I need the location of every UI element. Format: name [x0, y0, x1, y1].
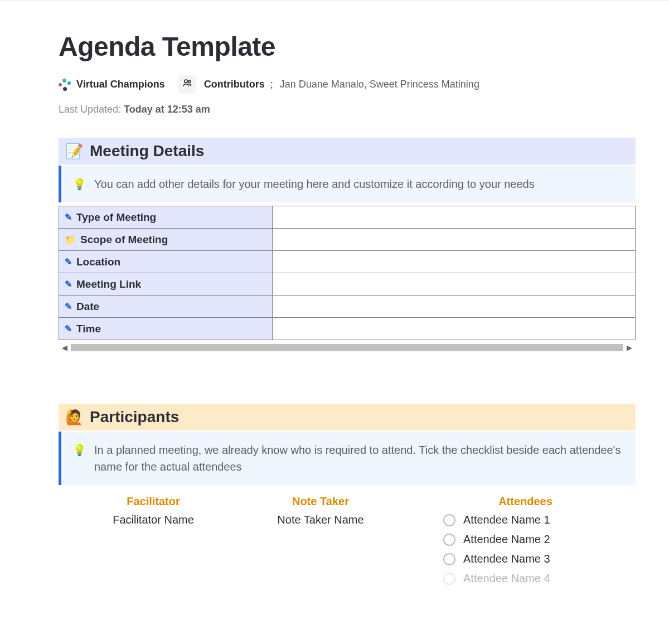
- last-updated-label: Last Updated:: [59, 104, 121, 115]
- people-icon: [182, 78, 193, 91]
- attendee-name[interactable]: Attendee Name 1: [463, 514, 550, 526]
- attendee-item: Attendee Name 3: [432, 553, 619, 565]
- facilitator-value[interactable]: Facilitator Name: [75, 514, 231, 526]
- detail-label-cell[interactable]: ✎Type of Meeting: [59, 206, 273, 229]
- pencil-icon: ✎: [65, 301, 72, 312]
- meeting-details-table: ✎Type of Meeting📁Scope of Meeting✎Locati…: [59, 206, 636, 340]
- folder-icon: 📁: [65, 234, 76, 245]
- detail-label: Date: [76, 301, 99, 313]
- lightbulb-icon: 💡: [72, 176, 86, 192]
- table-row: ✎Time: [59, 318, 636, 340]
- detail-value-cell[interactable]: [272, 273, 635, 296]
- contributors-names[interactable]: Jan Duane Manalo, Sweet Princess Matinin…: [280, 79, 479, 90]
- detail-value-cell[interactable]: [272, 318, 635, 340]
- detail-label-cell[interactable]: 📁Scope of Meeting: [59, 229, 273, 251]
- callout-meeting-details: 💡 You can add other details for your mee…: [59, 166, 636, 202]
- scroll-track[interactable]: [71, 344, 623, 351]
- document-page: Agenda Template Virtual Champions Contri…: [0, 0, 669, 592]
- attendee-checkbox[interactable]: [443, 553, 455, 565]
- workspace-name[interactable]: Virtual Champions: [76, 79, 165, 90]
- page-title: Agenda Template: [59, 31, 636, 62]
- notepad-icon: 📝: [65, 143, 83, 160]
- contributors-chip[interactable]: [178, 75, 196, 94]
- section-header-participants: 🙋 Participants: [59, 404, 636, 430]
- lightbulb-icon: 💡: [72, 442, 86, 458]
- detail-label-cell[interactable]: ✎Time: [59, 318, 273, 340]
- last-updated: Last Updated: Today at 12:53 am: [59, 104, 636, 115]
- pencil-icon: ✎: [65, 279, 72, 289]
- facilitator-title: Facilitator: [75, 495, 231, 508]
- detail-label: Time: [76, 323, 101, 335]
- note-taker-column: Note Taker Note Taker Name: [243, 495, 399, 592]
- detail-value-cell[interactable]: [272, 229, 635, 251]
- detail-value-cell[interactable]: [272, 251, 635, 273]
- table-row: 📁Scope of Meeting: [59, 229, 636, 251]
- table-row: ✎Meeting Link: [59, 273, 636, 296]
- svg-point-0: [185, 80, 187, 83]
- note-taker-value[interactable]: Note Taker Name: [243, 514, 399, 526]
- separator: ;: [270, 79, 273, 90]
- meta-row: Virtual Champions Contributors; Jan Duan…: [59, 75, 636, 94]
- raising-hand-icon: 🙋: [65, 409, 83, 426]
- attendees-title: Attendees: [432, 495, 619, 508]
- attendee-name[interactable]: Attendee Name 3: [463, 553, 550, 565]
- section-title: Participants: [90, 408, 179, 426]
- attendee-name[interactable]: Attendee Name 4: [463, 572, 550, 585]
- contributors-label: Contributors: [204, 79, 265, 90]
- attendee-item: Attendee Name 1: [432, 514, 619, 526]
- attendees-list: Attendee Name 1Attendee Name 2Attendee N…: [432, 514, 619, 585]
- attendee-item: Attendee Name 4: [432, 572, 619, 585]
- pencil-icon: ✎: [65, 212, 72, 222]
- attendee-checkbox[interactable]: [443, 534, 455, 546]
- detail-label: Meeting Link: [76, 278, 141, 290]
- callout-text[interactable]: You can add other details for your meeti…: [94, 176, 535, 192]
- callout-text[interactable]: In a planned meeting, we already know wh…: [94, 442, 624, 475]
- workspace-logo-icon: [59, 79, 71, 91]
- scroll-left-icon[interactable]: ◀: [59, 343, 71, 352]
- attendee-item: Attendee Name 2: [432, 533, 619, 546]
- detail-value-cell[interactable]: [272, 296, 635, 318]
- pencil-icon: ✎: [65, 323, 72, 334]
- svg-point-1: [188, 80, 190, 83]
- detail-label: Location: [76, 256, 120, 268]
- facilitator-column: Facilitator Facilitator Name: [75, 495, 231, 592]
- section-header-meeting-details: 📝 Meeting Details: [59, 138, 636, 164]
- detail-label: Type of Meeting: [76, 211, 156, 224]
- pencil-icon: ✎: [65, 256, 72, 267]
- note-taker-title: Note Taker: [243, 495, 399, 508]
- detail-label-cell[interactable]: ✎Date: [59, 296, 273, 318]
- detail-label: Scope of Meeting: [80, 234, 168, 246]
- attendee-checkbox[interactable]: [443, 573, 455, 585]
- participants-grid: Facilitator Facilitator Name Note Taker …: [59, 488, 636, 592]
- attendee-name[interactable]: Attendee Name 2: [463, 533, 550, 546]
- table-row: ✎Location: [59, 251, 636, 273]
- scroll-right-icon[interactable]: ▶: [623, 343, 636, 352]
- section-title: Meeting Details: [90, 142, 204, 160]
- last-updated-value: Today at 12:53 am: [124, 104, 210, 115]
- callout-participants: 💡 In a planned meeting, we already know …: [59, 432, 636, 485]
- attendees-column: Attendees Attendee Name 1Attendee Name 2…: [410, 495, 619, 592]
- detail-value-cell[interactable]: [272, 206, 635, 229]
- horizontal-scrollbar[interactable]: ◀ ▶: [59, 341, 636, 354]
- table-row: ✎Date: [59, 296, 636, 318]
- detail-label-cell[interactable]: ✎Meeting Link: [59, 273, 273, 296]
- attendee-checkbox[interactable]: [443, 514, 455, 526]
- detail-label-cell[interactable]: ✎Location: [59, 251, 273, 273]
- table-row: ✎Type of Meeting: [59, 206, 636, 229]
